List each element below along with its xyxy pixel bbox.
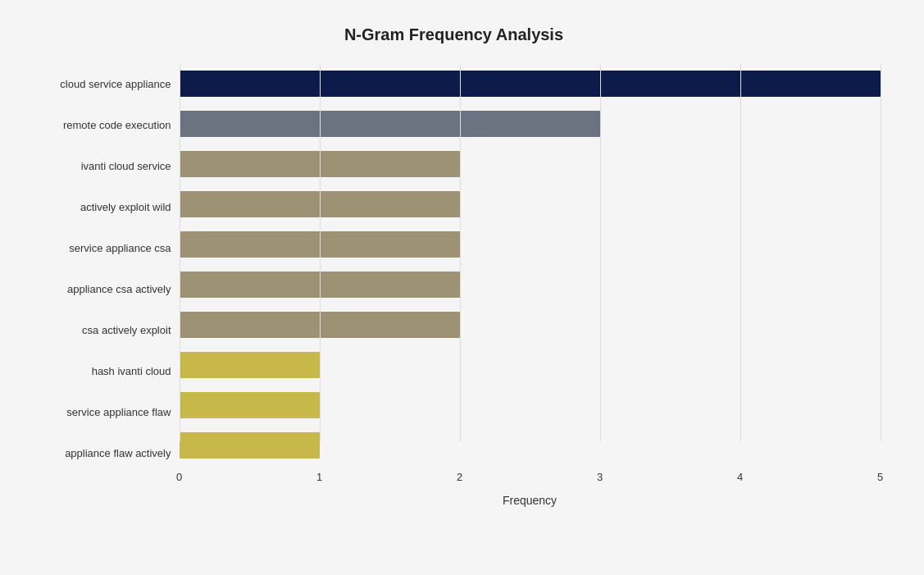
bar-row (180, 427, 881, 463)
x-axis: Frequency 012345 (180, 466, 881, 499)
y-label: hash ivanti cloud (92, 366, 171, 376)
bar (180, 272, 460, 298)
x-tick-label: 0 (176, 471, 182, 483)
plot-area: Frequency 012345 (180, 64, 881, 499)
x-tick-label: 3 (597, 471, 603, 483)
bar (180, 191, 460, 217)
bar (180, 312, 460, 338)
bar (180, 151, 460, 177)
x-tick-label: 5 (877, 471, 883, 483)
y-label: service appliance flaw (66, 407, 171, 418)
chart-container: N-Gram Frequency Analysis cloud service … (11, 9, 913, 567)
bar (180, 71, 881, 97)
chart-title: N-Gram Frequency Analysis (28, 25, 881, 44)
y-label: appliance flaw actively (65, 448, 171, 459)
y-label: remote code execution (63, 120, 171, 130)
bar (180, 432, 320, 459)
bar-row (180, 307, 881, 343)
grid-line (881, 64, 881, 441)
bar-row (180, 387, 881, 423)
x-tick-label: 1 (316, 471, 322, 483)
bar-row (180, 186, 881, 222)
bar (180, 231, 460, 258)
y-label: cloud service appliance (60, 79, 171, 89)
y-labels: cloud service applianceremote code execu… (28, 64, 180, 499)
chart-area: cloud service applianceremote code execu… (28, 64, 881, 499)
bar (180, 352, 320, 378)
x-tick-label: 4 (737, 471, 743, 483)
x-tick-label: 2 (457, 471, 462, 483)
bar (180, 392, 320, 418)
x-axis-label: Frequency (180, 494, 881, 507)
y-label: csa actively exploit (82, 325, 171, 335)
bar-row (180, 267, 881, 303)
bars-section (180, 64, 881, 466)
bar-row (180, 106, 881, 142)
y-label: ivanti cloud service (81, 161, 171, 171)
bar-row (180, 66, 881, 102)
bar-row (180, 146, 881, 182)
bar (180, 111, 600, 137)
bar-row (180, 347, 881, 383)
y-label: appliance csa actively (67, 284, 171, 294)
bar-row (180, 226, 881, 262)
y-label: service appliance csa (69, 243, 171, 253)
y-label: actively exploit wild (80, 202, 171, 212)
